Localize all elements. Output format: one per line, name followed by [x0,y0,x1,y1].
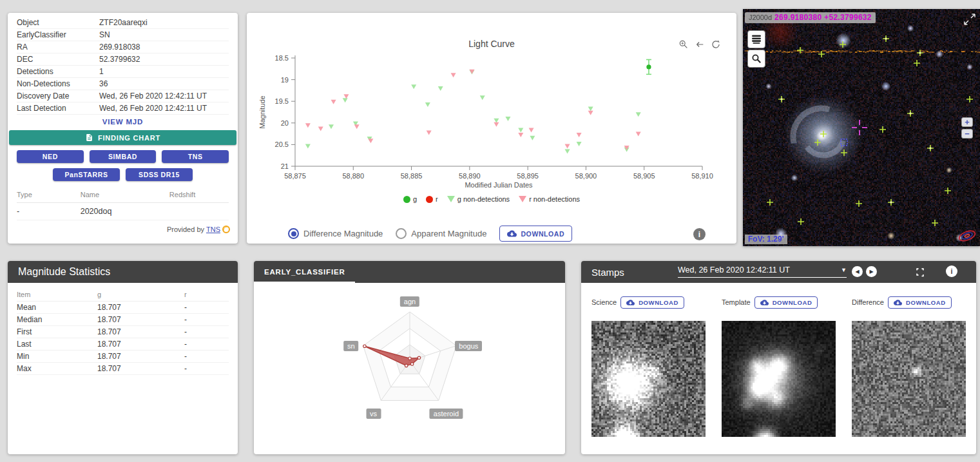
tab-early-classifier[interactable]: EARLY_CLASSIFIER [254,261,355,283]
expand-icon[interactable] [963,13,976,28]
page: ObjectZTF20aareqxiEarlyClassifierSNRA269… [0,0,980,462]
document-icon [85,133,93,142]
stats-r-value: - [184,303,187,312]
early-classifier-header: EARLY_CLASSIFIER [254,261,565,283]
legend-label: g non-detections [457,195,510,203]
search-button[interactable] [747,50,765,68]
light-curve-download-button[interactable]: DOWNLOAD [499,226,572,242]
info-value: 1 [99,67,104,76]
layers-button[interactable] [747,30,765,48]
legend-item-g[interactable]: g [403,195,417,203]
stamp-date-value: Wed, 26 Feb 2020 12:42:11 UT [678,265,790,274]
stats-r-value: - [184,340,187,349]
stats-row-median: Median18.707- [17,314,229,326]
catalog-button-simbad[interactable]: SIMBAD [90,150,157,163]
object-info-row: ObjectZTF20aareqxi [17,17,229,29]
stats-row-max: Max18.707- [17,363,229,375]
coords-value: 269.9180380 +52.3799632 [774,13,872,22]
chart-toolbox [678,39,721,50]
stamps-card: Stamps Wed, 26 Feb 2020 12:42:11 UT ▼ ◀ … [581,261,976,454]
radar-axis-label-vs: vs [366,409,381,419]
aladin-logo[interactable] [957,229,977,245]
circle-swatch [403,196,410,203]
light-curve-plot[interactable]: 18.51919.52020.52158,87558,88058,88558,8… [247,50,736,192]
stamp-head: ScienceDOWNLOAD [591,294,706,310]
crossmatch-col-type: Type [17,189,81,203]
legend-item-r-non-detections[interactable]: r non-detections [519,195,580,203]
object-info-table: ObjectZTF20aareqxiEarlyClassifierSNRA269… [8,17,238,115]
next-stamp-button[interactable]: ▶ [866,266,877,277]
stats-row-last: Last18.707- [17,338,229,351]
svg-text:Modified Julian Dates: Modified Julian Dates [465,181,533,189]
crossmatch-cell: - [17,203,81,220]
tns-logo-icon [222,226,230,233]
science-download-button[interactable]: DOWNLOAD [620,296,684,309]
svg-text:21: 21 [281,162,289,170]
stats-g-value: 18.707 [97,315,184,324]
info-label: Last Detection [17,104,99,113]
svg-text:58,910: 58,910 [691,172,713,180]
light-curve-card: Light Curve 18.51919.52020.52158,87558,8… [247,13,736,244]
download-label: DOWNLOAD [521,230,564,238]
view-mjd-link[interactable]: VIEW MJD [8,118,238,126]
apparent-magnitude-radio[interactable]: Apparent Magnitude [396,228,486,239]
crossmatch-cell: 2020doq [81,203,169,220]
svg-text:18.5: 18.5 [275,54,289,62]
stamps-info-icon[interactable]: i [946,265,957,277]
stats-item: Max [17,364,97,373]
difference-download-button[interactable]: DOWNLOAD [888,296,952,309]
crossmatch-col-name: Name [81,189,169,203]
stamp-date-select[interactable]: Wed, 26 Feb 2020 12:42:11 UT ▼ [678,265,847,278]
info-value: Wed, 26 Feb 2020 12:42:11 UT [99,104,207,113]
template-stamp-image [722,321,836,437]
magnitude-statistics-title: Magnitude Statistics [18,266,110,278]
info-value: 269.918038 [99,43,140,52]
stats-header-row: Itemgr [17,288,229,302]
aladin-sky-canvas[interactable] [743,9,980,246]
difference-stamp-image [852,321,966,437]
magnitude-statistics-card: Magnitude Statistics ItemgrMean18.707-Me… [8,261,238,454]
light-curve-info-icon[interactable]: i [693,228,706,240]
fullscreen-button[interactable] [914,266,926,280]
legend-label: r non-detections [529,195,580,203]
previous-stamp-button[interactable]: ◀ [852,266,863,277]
svg-text:58,900: 58,900 [575,172,597,180]
template-download-button[interactable]: DOWNLOAD [754,296,818,309]
svg-text:20: 20 [281,119,289,127]
crossmatch-cell [169,203,229,220]
svg-text:Magnitude: Magnitude [258,95,266,128]
stamp-column-template: TemplateDOWNLOAD [722,294,836,437]
stamp-head: DifferenceDOWNLOAD [852,294,966,310]
zoom-in-button[interactable]: + [961,117,973,127]
info-label: EarlyClassifier [17,30,99,39]
object-info-card: ObjectZTF20aareqxiEarlyClassifierSNRA269… [8,13,238,244]
catalog-button-panstarrs[interactable]: PanSTARRS [53,168,120,181]
apparent-magnitude-label: Apparent Magnitude [411,229,486,238]
restore-icon[interactable] [711,39,721,50]
object-info-row: EarlyClassifierSN [17,29,229,41]
finding-chart-button[interactable]: FINDING CHART [9,130,236,145]
legend-item-r[interactable]: r [426,195,438,203]
zoom-back-icon[interactable] [695,39,705,50]
svg-text:58,885: 58,885 [401,172,423,180]
svg-text:20.5: 20.5 [275,140,289,148]
radar-axis-label-sn: sn [343,341,359,351]
radar-axis-label-bogus: bogus [455,341,482,351]
stats-item: Last [17,340,97,349]
zoom-out-button[interactable]: − [961,129,973,139]
crossmatch-body: -2020doq [17,203,229,220]
catalog-button-ned[interactable]: NED [17,150,84,163]
stats-g-value: 18.707 [97,303,184,312]
tns-link[interactable]: TNS [206,226,220,233]
catalog-button-tns[interactable]: TNS [162,150,229,163]
cloud-download-icon [894,298,902,307]
legend-item-g-non-detections[interactable]: g non-detections [447,195,510,203]
download-label: DOWNLOAD [906,299,946,306]
zoom-select-icon[interactable] [678,39,689,50]
stats-r-value: - [184,352,187,361]
provided-by: Provided by TNS [8,226,238,233]
crossmatch-table: TypeNameRedshift-2020doq [8,189,238,220]
difference-magnitude-radio[interactable]: Difference Magnitude [288,228,383,239]
catalog-button-sdss-dr15[interactable]: SDSS DR15 [126,168,193,181]
svg-text:19: 19 [281,76,289,84]
